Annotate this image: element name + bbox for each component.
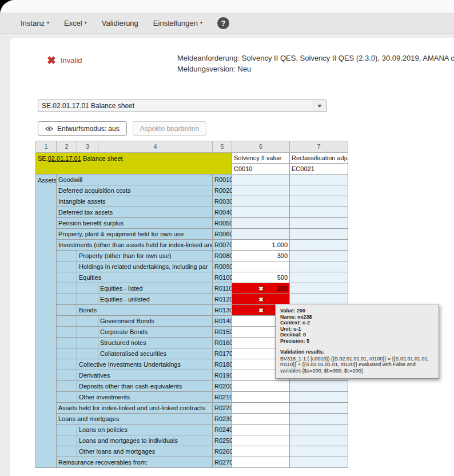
draft-mode-label: Entwurfsmodus: aus — [57, 125, 120, 133]
table-title-cell: SE.02.01.17.01 Balance sheet — [36, 153, 232, 174]
ec-value-cell[interactable] — [290, 240, 348, 251]
table-row: Deferred tax assetsR0040 — [36, 207, 348, 218]
ec-value-cell[interactable] — [290, 251, 348, 261]
ec-value-cell[interactable] — [290, 196, 348, 207]
ec-value-cell[interactable] — [290, 392, 348, 403]
indent-cell — [77, 294, 98, 305]
menu-instanz[interactable]: Instanz ▾ — [21, 19, 49, 27]
value-cell[interactable]: 300 — [232, 251, 290, 261]
indent-cell — [77, 283, 98, 294]
row-code-cell: R0130 — [213, 305, 232, 316]
indent-cell — [57, 381, 77, 392]
table-row: Pension benefit surplusR0050 — [36, 218, 348, 229]
value-cell[interactable] — [232, 403, 290, 414]
draft-mode-button[interactable]: Entwurfsmodus: aus — [38, 121, 127, 136]
value-cell[interactable] — [232, 185, 290, 196]
value-cell[interactable]: 500 — [232, 272, 290, 283]
ec-value-cell[interactable] — [290, 403, 348, 414]
indent-cell — [57, 348, 77, 359]
row-code-cell: R0070 — [213, 240, 232, 251]
row-code-cell: R0140 — [213, 316, 232, 327]
row-label-cell: Loans and mortgages to individuals — [77, 435, 213, 446]
row-code-cell: R0080 — [213, 251, 232, 261]
ec-value-cell[interactable] — [290, 435, 348, 446]
ec-value-cell[interactable] — [290, 185, 348, 196]
row-label-cell: Investments (other than assets held for … — [57, 240, 213, 251]
ec-value-cell[interactable] — [290, 414, 348, 425]
error-icon: ✖ — [257, 285, 265, 292]
value-cell[interactable] — [232, 446, 290, 457]
menu-einstellungen[interactable]: Einstellungen ▾ — [153, 19, 202, 27]
table-row: EquitiesR0100500 — [36, 272, 348, 283]
row-label-cell: Government Bonds — [98, 316, 213, 327]
indent-cell — [57, 435, 77, 446]
table-row: Holdings in related undertakings, includ… — [36, 261, 348, 272]
ec-value-cell[interactable] — [290, 261, 348, 272]
row-label-cell: Collateralised securities — [98, 348, 213, 359]
chevron-down-icon — [317, 105, 322, 108]
top-strip — [0, 0, 454, 13]
value-cell[interactable]: ✖ — [232, 294, 290, 305]
tooltip-property: Precision: 5 — [280, 338, 434, 344]
indent-cell — [57, 251, 77, 261]
edit-aspects-label: Aspekte bearbeiten — [140, 125, 199, 133]
ec-value-cell[interactable] — [290, 425, 348, 435]
value-cell[interactable] — [232, 229, 290, 240]
ec-value-cell[interactable] — [290, 218, 348, 229]
ec-value-cell[interactable] — [290, 381, 348, 392]
status-label: Invalid — [61, 56, 82, 65]
value-cell[interactable] — [232, 261, 290, 272]
invalid-x-icon: ✖ — [47, 55, 56, 66]
value-cell[interactable] — [232, 381, 290, 392]
menu-excel[interactable]: Excel ▾ — [64, 19, 87, 27]
ec-value-cell[interactable] — [290, 174, 348, 185]
column-header-cell: Reclassification adjus — [290, 153, 348, 164]
validation-tooltip: Value: 200Name: mi238Context: c-2Unit: u… — [275, 304, 439, 379]
value-cell[interactable] — [232, 392, 290, 403]
help-icon[interactable]: ? — [217, 17, 229, 29]
ec-value-cell[interactable] — [290, 283, 348, 294]
toolbar: Entwurfsmodus: aus Aspekte bearbeiten — [38, 121, 206, 136]
value-cell[interactable] — [232, 414, 290, 425]
table-row: Investments (other than assets held for … — [36, 240, 348, 251]
row-code-cell: R0240 — [213, 425, 232, 435]
value-cell[interactable] — [232, 174, 290, 185]
value-cell[interactable]: 1.000 — [232, 240, 290, 251]
tooltip-validation-text: BV318_1-1:( {c0010}) {{S.02.01.01.01, r0… — [280, 356, 434, 374]
template-code-link[interactable]: 02.01.17.01 — [48, 155, 81, 162]
row-label-cell: Equities — [77, 272, 213, 283]
table-row: Property, plant & equipment held for own… — [36, 229, 348, 240]
row-label-cell: Collective Investments Undertakings — [77, 359, 213, 370]
value-cell[interactable] — [232, 435, 290, 446]
ec-value-cell[interactable] — [290, 294, 348, 305]
indent-cell — [77, 327, 98, 338]
row-code-cell: R0150 — [213, 327, 232, 338]
table-row: Deposits other than cash equivalentsR020… — [36, 381, 348, 392]
tooltip-property: Value: 200 — [280, 308, 434, 314]
value-cell[interactable] — [232, 425, 290, 435]
ec-value-cell[interactable] — [290, 272, 348, 283]
ec-value-cell[interactable] — [290, 446, 348, 457]
row-label-cell: Structured notes — [98, 338, 213, 348]
row-code-cell: R0030 — [213, 196, 232, 207]
menu-validierung[interactable]: Validierung — [102, 19, 138, 27]
template-select[interactable]: SE.02.01.17.01 Balance sheet — [38, 100, 326, 112]
value-cell[interactable]: ✖200 — [232, 283, 290, 294]
edit-aspects-button[interactable]: Aspekte bearbeiten — [133, 121, 206, 136]
column-number-cell: 5 — [213, 141, 232, 153]
value-cell[interactable] — [232, 457, 290, 468]
row-code-cell: R0230 — [213, 414, 232, 425]
select-arrow-box[interactable] — [313, 100, 326, 112]
row-label-cell: Equities - listed — [98, 283, 213, 294]
value-cell[interactable] — [232, 207, 290, 218]
table-row: Loans and mortgages to individualsR0250 — [36, 435, 348, 446]
ec-value-cell[interactable] — [290, 229, 348, 240]
value-cell[interactable] — [232, 196, 290, 207]
table-row: Assets held for index-linked and unit-li… — [36, 403, 348, 414]
value-cell[interactable] — [232, 218, 290, 229]
row-label-cell: Loans on policies — [77, 425, 213, 435]
ec-value-cell[interactable] — [290, 207, 348, 218]
menu-excel-label: Excel — [64, 19, 82, 27]
ec-value-cell[interactable] — [290, 457, 348, 468]
template-select-value: SE.02.01.17.01 Balance sheet — [42, 102, 313, 110]
